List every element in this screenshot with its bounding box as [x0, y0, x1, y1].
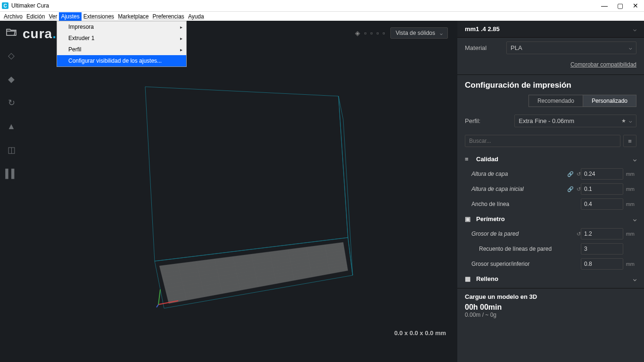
category-quality[interactable]: ≡ Calidad ⌵	[457, 152, 644, 166]
dropdown-perfil[interactable]: Perfil▸	[57, 44, 186, 55]
layer-height-input[interactable]	[581, 168, 623, 180]
setting-line-width: Ancho de línea	[465, 201, 581, 207]
menu-ayuda[interactable]: Ayuda	[186, 12, 206, 21]
chevron-down-icon: ⌵	[633, 156, 636, 163]
svg-line-20	[251, 254, 258, 287]
move-tool[interactable]: ◇	[3, 47, 20, 64]
menu-archivo[interactable]: Archivo	[2, 12, 25, 21]
submenu-arrow-icon: ▸	[180, 25, 182, 30]
chevron-down-icon: ⌵	[633, 26, 636, 33]
view-front-icon[interactable]: ▫	[364, 29, 366, 37]
quality-icon: ≡	[465, 156, 476, 163]
category-infill[interactable]: ▦ Relleno ⌵	[457, 272, 644, 286]
reset-icon[interactable]: ↺	[577, 171, 581, 177]
dropdown-impresora[interactable]: Impresora▸	[57, 21, 186, 33]
chevron-down-icon: ⌵	[633, 276, 636, 282]
svg-marker-1	[155, 238, 353, 308]
rotate-tool[interactable]: ↻	[3, 94, 20, 111]
setting-initial-layer-height: Altura de capa inicial	[465, 186, 567, 192]
print-config-title: Configuración de impresión	[457, 75, 644, 95]
custom-button[interactable]: Personalizado	[583, 95, 636, 107]
menu-ver[interactable]: Ver	[47, 12, 59, 21]
mirror-tool[interactable]: ▲	[3, 118, 20, 135]
dropdown-configurar-visibilidad[interactable]: Configurar visibilidad de los ajustes...	[57, 55, 186, 66]
settings-visibility-button[interactable]: ≡	[623, 135, 636, 147]
compat-link[interactable]: Comprobar compatibilidad	[570, 61, 636, 68]
profile-select[interactable]: Extra Fine - 0.06mm ★⌵	[514, 115, 636, 127]
material-select[interactable]: PLA ⌵	[506, 41, 636, 54]
setting-wall-line-count: Recuento de líneas de pared	[465, 246, 581, 252]
svg-line-23	[306, 247, 312, 277]
link-icon[interactable]: 🔗	[567, 171, 574, 177]
submenu-arrow-icon: ▸	[180, 36, 182, 41]
svg-line-18	[215, 259, 223, 294]
initial-layer-height-input[interactable]	[581, 183, 623, 195]
print-time: 00h 00min	[457, 303, 644, 312]
view-left-icon[interactable]: ▫	[376, 29, 379, 37]
open-file-tool[interactable]	[3, 24, 20, 41]
menu-extensiones[interactable]: Extensiones	[82, 12, 116, 21]
close-button[interactable]: ✕	[633, 2, 638, 9]
svg-line-15	[159, 266, 169, 304]
setting-layer-height: Altura de capa	[465, 171, 567, 177]
minimize-button[interactable]: —	[601, 2, 608, 9]
svg-line-7	[162, 251, 345, 277]
wall-line-count-input[interactable]	[581, 243, 623, 255]
per-model-tool[interactable]: ◫	[3, 141, 20, 158]
svg-line-6	[161, 248, 344, 273]
svg-line-26	[158, 301, 178, 304]
chevron-down-icon: ⌵	[629, 45, 632, 51]
window-controls: — ▢ ✕	[601, 2, 642, 9]
svg-line-27	[158, 289, 160, 304]
profile-label: Perfil:	[465, 117, 480, 124]
svg-marker-0	[145, 87, 348, 261]
recommended-button[interactable]: Recomendado	[528, 95, 583, 107]
svg-line-28	[157, 304, 158, 307]
print-mass: 0.00m / ~ 0g	[457, 312, 644, 324]
scale-tool[interactable]: ◆	[3, 71, 20, 88]
menubar: Archivo Edición Ver Ajustes Extensiones …	[0, 11, 644, 21]
svg-line-25	[343, 242, 348, 271]
settings-panel: mm1 .4 2.85 ⌵ Material PLA ⌵ Comprobar c…	[457, 21, 644, 362]
titlebar: C Ultimaker Cura — ▢ ✕	[0, 0, 644, 11]
submenu-arrow-icon: ▸	[180, 47, 182, 52]
load-model-msg: Cargue un modelo en 3D	[457, 288, 644, 303]
svg-line-8	[163, 254, 345, 281]
wall-thickness-input[interactable]	[581, 228, 623, 239]
menu-preferencias[interactable]: Preferencias	[151, 12, 186, 21]
footer-panel: Cargue un modelo en 3D 00h 00min 0.00m /…	[457, 288, 644, 324]
search-input[interactable]	[465, 135, 620, 147]
top-bottom-thickness-input[interactable]	[581, 258, 623, 270]
dimensions-label: 0.0 x 0.0 x 0.0 mm	[394, 329, 446, 337]
maximize-button[interactable]: ▢	[617, 2, 623, 9]
svg-line-21	[270, 252, 276, 284]
svg-line-17	[196, 261, 205, 297]
svg-line-11	[166, 262, 347, 292]
menu-edicion[interactable]: Edición	[25, 12, 47, 21]
svg-line-5	[160, 245, 344, 270]
link-icon[interactable]: 🔗	[567, 186, 574, 192]
view-top-icon[interactable]: ▫	[370, 29, 372, 37]
view-mode-select[interactable]: Vista de sólidos ⌵	[390, 27, 448, 39]
category-perimeter[interactable]: ▣ Perímetro ⌵	[457, 212, 644, 226]
line-width-input[interactable]	[581, 198, 623, 210]
chevron-down-icon: ⌵	[440, 31, 443, 36]
svg-line-10	[165, 259, 346, 288]
infill-icon: ▦	[465, 275, 476, 282]
dropdown-extruder1[interactable]: Extruder 1▸	[57, 33, 186, 44]
menu-ajustes[interactable]: Ajustes	[59, 12, 81, 21]
reset-icon[interactable]: ↺	[577, 231, 581, 237]
chevron-down-icon: ⌵	[633, 216, 636, 222]
perimeter-icon: ▣	[465, 215, 476, 222]
support-blocker-tool[interactable]: ▌▌	[3, 165, 20, 182]
view-3d-icon[interactable]: ◈	[355, 29, 360, 37]
chevron-down-icon: ⌵	[629, 118, 632, 124]
svg-line-24	[325, 245, 330, 274]
menu-marketplace[interactable]: Marketplace	[116, 12, 150, 21]
printer-header[interactable]: mm1 .4 2.85 ⌵	[457, 21, 644, 38]
svg-marker-3	[159, 242, 348, 304]
reset-icon[interactable]: ↺	[577, 186, 581, 192]
viewport[interactable]: cura. ◈ ▫ ▫ ▫ ▫ Vista de sólidos ⌵	[23, 21, 457, 362]
view-right-icon[interactable]: ▫	[382, 29, 385, 37]
setting-wall-thickness: Grosor de la pared	[465, 230, 577, 237]
